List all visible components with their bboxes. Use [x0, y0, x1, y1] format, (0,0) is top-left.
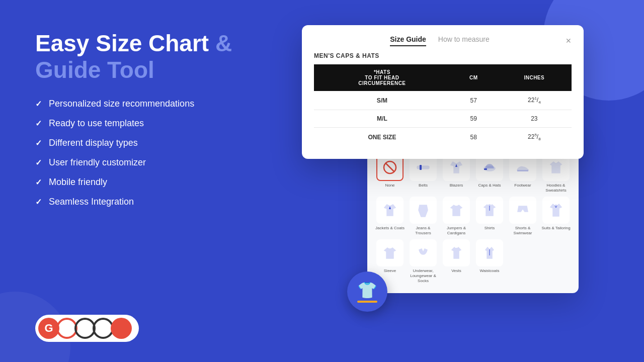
- floating-tshirt-button[interactable]: 👕: [347, 272, 387, 312]
- feature-label-4: User friendly customizer: [49, 157, 146, 168]
- feature-item-5: ✓ Mobile friendly: [35, 177, 267, 188]
- tshirt-bar: [357, 301, 377, 303]
- close-icon[interactable]: ✕: [566, 37, 572, 44]
- cat-label-jumpers: Jumpers & Cardigans: [442, 226, 471, 235]
- size-sm: S/M: [314, 91, 450, 110]
- features-list: ✓ Personalized size recommendations ✓ Re…: [35, 99, 267, 207]
- cat-vests[interactable]: Vests: [442, 239, 471, 283]
- tab-how-to-measure[interactable]: How to measure: [438, 35, 490, 46]
- cat-belts[interactable]: Belts: [409, 154, 438, 193]
- check-icon-4: ✓: [35, 158, 42, 167]
- size-one: ONE SIZE: [314, 128, 450, 147]
- inches-sm: 221/4: [497, 91, 572, 110]
- col-header-cm: CM: [450, 64, 497, 91]
- title-ampersand: &: [215, 30, 232, 56]
- check-icon-2: ✓: [35, 119, 42, 128]
- size-table: *HATSTO FIT HEADCIRCUMFERENCE CM INCHES …: [314, 64, 572, 147]
- cm-sm: 57: [450, 91, 497, 110]
- size-ml: M/L: [314, 110, 450, 128]
- cat-icon-underwear: [410, 239, 437, 266]
- cat-label-suits: Suits & Tailoring: [541, 226, 570, 231]
- col-header-size: *HATSTO FIT HEADCIRCUMFERENCE: [314, 64, 450, 91]
- svg-rect-3: [420, 165, 422, 170]
- cat-icon-jackets: [376, 197, 404, 224]
- cat-label-shorts: Shorts & Swimwear: [508, 226, 537, 235]
- feature-item-4: ✓ User friendly customizer: [35, 157, 267, 168]
- right-panel: Size Guide How to measure ✕ MEN'S CAPS &…: [287, 25, 614, 342]
- modal-tabs: Size Guide How to measure: [314, 35, 566, 46]
- table-row: S/M 57 221/4: [314, 91, 572, 110]
- logo-o4: [111, 318, 132, 339]
- inches-ml: 23: [497, 110, 572, 128]
- check-icon-3: ✓: [35, 138, 42, 148]
- category-grid-row1: None Belts Blazers: [375, 154, 571, 283]
- check-icon-5: ✓: [35, 177, 42, 187]
- cat-label-caps: Caps & Hats: [478, 183, 501, 188]
- check-icon-6: ✓: [35, 197, 42, 207]
- cat-hoodies[interactable]: Hoodies & Sweatshirts: [541, 154, 571, 193]
- cm-one: 58: [450, 128, 497, 147]
- main-title: Easy Size Chart & Guide Tool: [35, 30, 267, 83]
- feature-label-6: Seamless Integration: [49, 197, 134, 207]
- inches-one: 225/8: [497, 128, 572, 147]
- svg-rect-2: [417, 166, 429, 169]
- logo: G: [35, 315, 139, 342]
- cat-caps[interactable]: Caps & Hats: [475, 154, 504, 193]
- cat-label-hoodies: Hoodies & Sweatshirts: [541, 183, 571, 193]
- section-title: MEN'S CAPS & HATS: [314, 52, 572, 59]
- cat-footwear[interactable]: Footwear: [508, 154, 537, 193]
- feature-item-1: ✓ Personalized size recommendations: [35, 99, 267, 109]
- cat-label-waistcoats: Waistcoats: [480, 268, 500, 274]
- cat-label-vests: Vests: [451, 268, 461, 274]
- modal-header: Size Guide How to measure ✕: [314, 35, 572, 46]
- cat-waistcoats[interactable]: Waistcoats: [475, 239, 504, 283]
- cat-label-jeans: Jeans & Trousers: [409, 226, 438, 235]
- feature-label-2: Ready to use templates: [49, 118, 144, 129]
- svg-rect-5: [484, 168, 487, 170]
- cat-icon-jeans: [410, 197, 437, 224]
- feature-item-3: ✓ Different display types: [35, 138, 267, 148]
- cat-icon-sleeve: [376, 239, 404, 266]
- cat-label-belts: Belts: [419, 183, 428, 188]
- title-part1: Easy Size Chart: [35, 30, 209, 56]
- cat-shorts[interactable]: Shorts & Swimwear: [508, 197, 537, 235]
- cat-icon-shirts: [476, 197, 503, 224]
- svg-line-1: [385, 163, 394, 172]
- cat-icon-jumpers: [443, 197, 470, 224]
- table-header-row: *HATSTO FIT HEADCIRCUMFERENCE CM INCHES: [314, 64, 572, 91]
- logo-area: G: [35, 305, 267, 342]
- cat-label-sleeve: Sleeve: [384, 268, 396, 274]
- cat-suits[interactable]: Suits & Tailoring: [541, 197, 571, 235]
- table-row: M/L 59 23: [314, 110, 572, 128]
- cat-label-jackets: Jackets & Coats: [375, 226, 405, 231]
- size-guide-modal: Size Guide How to measure ✕ MEN'S CAPS &…: [302, 25, 584, 159]
- cat-label-none: None: [385, 183, 394, 188]
- feature-label-3: Different display types: [49, 138, 138, 148]
- cm-ml: 59: [450, 110, 497, 128]
- cat-icon-shorts: [509, 197, 536, 224]
- cat-icon-suits: [542, 197, 570, 224]
- feature-label-5: Mobile friendly: [49, 177, 107, 188]
- check-icon-1: ✓: [35, 99, 42, 109]
- cat-jeans[interactable]: Jeans & Trousers: [409, 197, 438, 235]
- cat-label-shirts: Shirts: [485, 226, 495, 231]
- cat-icon-waistcoats: [476, 239, 503, 266]
- cat-none[interactable]: None: [375, 154, 405, 193]
- col-header-inches: INCHES: [497, 64, 572, 91]
- cat-label-footwear: Footwear: [514, 183, 531, 188]
- cat-jumpers[interactable]: Jumpers & Cardigans: [442, 197, 471, 235]
- title-part2: Guide Tool: [35, 57, 154, 83]
- cat-shirts[interactable]: Shirts: [475, 197, 504, 235]
- cat-label-blazers: Blazers: [450, 183, 463, 188]
- feature-label-1: Personalized size recommendations: [49, 99, 194, 109]
- cat-blazers[interactable]: Blazers: [442, 154, 471, 193]
- tshirt-icon: 👕: [357, 281, 377, 300]
- feature-item-2: ✓ Ready to use templates: [35, 118, 267, 129]
- cat-label-underwear: Underwear, Loungewear & Socks: [409, 268, 438, 283]
- feature-item-6: ✓ Seamless Integration: [35, 197, 267, 207]
- cat-underwear[interactable]: Underwear, Loungewear & Socks: [409, 239, 438, 283]
- cat-jackets[interactable]: Jackets & Coats: [375, 197, 405, 235]
- cat-icon-vests: [443, 239, 470, 266]
- tab-size-guide[interactable]: Size Guide: [390, 35, 426, 46]
- table-row: ONE SIZE 58 225/8: [314, 128, 572, 147]
